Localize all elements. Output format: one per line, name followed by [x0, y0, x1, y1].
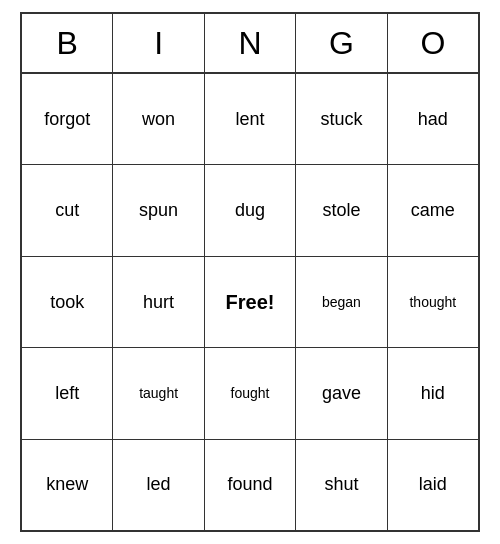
- bingo-cell: began: [296, 257, 387, 347]
- header-letter: B: [22, 14, 113, 72]
- bingo-cell: lent: [205, 74, 296, 164]
- bingo-cell: cut: [22, 165, 113, 255]
- bingo-cell: found: [205, 440, 296, 530]
- bingo-cell: left: [22, 348, 113, 438]
- bingo-card: BINGO forgotwonlentstuckhadcutspundugsto…: [20, 12, 480, 532]
- bingo-row: knewledfoundshutlaid: [22, 440, 478, 530]
- header-letter: N: [205, 14, 296, 72]
- bingo-cell: had: [388, 74, 478, 164]
- bingo-cell: laid: [388, 440, 478, 530]
- bingo-cell: forgot: [22, 74, 113, 164]
- bingo-cell: led: [113, 440, 204, 530]
- bingo-cell: came: [388, 165, 478, 255]
- bingo-cell: hid: [388, 348, 478, 438]
- header-letter: G: [296, 14, 387, 72]
- bingo-cell: hurt: [113, 257, 204, 347]
- bingo-cell: taught: [113, 348, 204, 438]
- bingo-cell: fought: [205, 348, 296, 438]
- bingo-cell: stole: [296, 165, 387, 255]
- bingo-cell: took: [22, 257, 113, 347]
- bingo-row: forgotwonlentstuckhad: [22, 74, 478, 165]
- bingo-cell: won: [113, 74, 204, 164]
- bingo-row: lefttaughtfoughtgavehid: [22, 348, 478, 439]
- bingo-cell: dug: [205, 165, 296, 255]
- bingo-header: BINGO: [22, 14, 478, 74]
- bingo-row: tookhurtFree!beganthought: [22, 257, 478, 348]
- bingo-cell: knew: [22, 440, 113, 530]
- header-letter: O: [388, 14, 478, 72]
- bingo-body: forgotwonlentstuckhadcutspundugstolecame…: [22, 74, 478, 530]
- bingo-cell: thought: [388, 257, 478, 347]
- bingo-cell: Free!: [205, 257, 296, 347]
- bingo-cell: shut: [296, 440, 387, 530]
- bingo-cell: gave: [296, 348, 387, 438]
- bingo-row: cutspundugstolecame: [22, 165, 478, 256]
- bingo-cell: spun: [113, 165, 204, 255]
- bingo-cell: stuck: [296, 74, 387, 164]
- header-letter: I: [113, 14, 204, 72]
